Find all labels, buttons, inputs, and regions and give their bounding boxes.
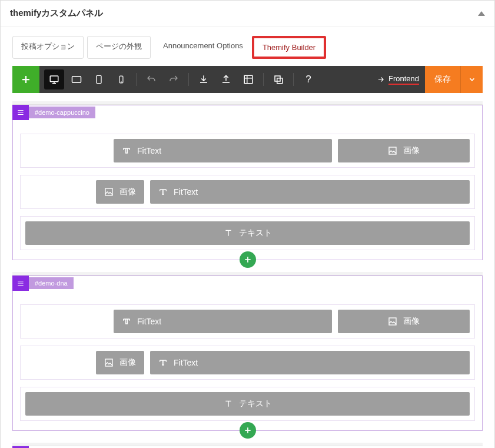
image-icon bbox=[104, 187, 114, 197]
builder-row[interactable]: #demo-cappuccino FitText 画像 bbox=[12, 101, 483, 260]
module-line: FitText 画像 bbox=[20, 134, 475, 168]
svg-rect-8 bbox=[389, 147, 396, 154]
frontend-link[interactable]: Frontend bbox=[377, 74, 419, 85]
row-handle-icon[interactable] bbox=[12, 276, 29, 291]
collapse-toggle-icon[interactable] bbox=[478, 11, 485, 16]
builder-canvas: #demo-cappuccino FitText 画像 bbox=[12, 101, 483, 448]
column-spacer bbox=[25, 180, 90, 204]
add-row-button[interactable] bbox=[240, 422, 256, 439]
module-label: テキスト bbox=[239, 399, 272, 409]
image-module[interactable]: 画像 bbox=[338, 310, 470, 333]
builder-toolbar: ? Frontend 保存 bbox=[12, 66, 483, 93]
tablet-portrait-button[interactable] bbox=[89, 69, 109, 89]
toolbar-divider bbox=[188, 73, 189, 86]
plus-icon bbox=[244, 255, 252, 264]
undo-button[interactable] bbox=[141, 69, 161, 89]
toolbar-divider bbox=[293, 73, 294, 86]
fittext-icon bbox=[158, 358, 168, 367]
image-icon bbox=[104, 358, 114, 367]
module-label: 画像 bbox=[403, 316, 420, 327]
column-spacer bbox=[25, 139, 108, 162]
add-module-button[interactable] bbox=[12, 66, 39, 93]
row-anchor-tag: #demo-cappuccino bbox=[29, 107, 95, 118]
module-line: テキスト bbox=[20, 216, 475, 250]
module-label: 画像 bbox=[403, 145, 420, 156]
svg-rect-0 bbox=[50, 76, 58, 82]
builder-area: ? Frontend 保存 #dem bbox=[1, 62, 494, 448]
module-label: FitText bbox=[174, 187, 198, 197]
text-module[interactable]: テキスト bbox=[25, 221, 470, 245]
panel-title: themifyカスタムパネル bbox=[10, 8, 103, 19]
module-label: 画像 bbox=[119, 357, 136, 368]
svg-rect-1 bbox=[72, 77, 81, 83]
save-dropdown-button[interactable] bbox=[460, 66, 483, 93]
svg-rect-11 bbox=[105, 359, 112, 366]
arrow-right-icon bbox=[377, 75, 385, 84]
row-anchor-tag: #demo-dna bbox=[29, 277, 74, 289]
image-icon bbox=[388, 317, 397, 326]
redo-button[interactable] bbox=[164, 69, 184, 89]
svg-point-4 bbox=[121, 82, 122, 82]
fittext-icon bbox=[122, 146, 131, 155]
image-module[interactable]: 画像 bbox=[96, 180, 144, 204]
tab-themify-builder[interactable]: Themify Builder bbox=[252, 36, 326, 59]
module-label: FitText bbox=[137, 146, 161, 155]
fittext-icon bbox=[122, 317, 131, 326]
text-icon bbox=[224, 399, 233, 409]
tab-page-appearance[interactable]: ページの外観 bbox=[87, 36, 151, 59]
toolbar-divider bbox=[263, 73, 264, 86]
image-module[interactable]: 画像 bbox=[338, 139, 470, 162]
tab-post-options[interactable]: 投稿オプション bbox=[12, 36, 84, 59]
tablet-landscape-button[interactable] bbox=[67, 69, 87, 89]
save-button[interactable]: 保存 bbox=[425, 66, 460, 93]
fittext-module[interactable]: FitText bbox=[114, 139, 332, 162]
text-icon bbox=[224, 228, 233, 238]
svg-rect-10 bbox=[389, 318, 396, 325]
chevron-down-icon bbox=[468, 75, 476, 84]
svg-rect-5 bbox=[244, 75, 253, 84]
themify-panel: themifyカスタムパネル 投稿オプション ページの外観 Announceme… bbox=[0, 0, 495, 448]
toolbar-divider bbox=[136, 73, 137, 86]
row-body: FitText 画像 画像 bbox=[13, 121, 482, 260]
fittext-module[interactable]: FitText bbox=[150, 180, 470, 204]
tabs: 投稿オプション ページの外観 Announcement Options Them… bbox=[1, 26, 494, 62]
fittext-icon bbox=[158, 187, 168, 197]
module-line: 画像 FitText bbox=[20, 346, 475, 380]
duplicate-button[interactable] bbox=[268, 69, 288, 89]
panel-header: themifyカスタムパネル bbox=[1, 1, 494, 26]
desktop-view-button[interactable] bbox=[44, 69, 64, 89]
svg-rect-9 bbox=[105, 188, 112, 195]
module-line: 画像 FitText bbox=[20, 175, 475, 209]
layouts-button[interactable] bbox=[238, 69, 258, 89]
module-label: FitText bbox=[137, 317, 161, 326]
mobile-view-button[interactable] bbox=[111, 69, 131, 89]
image-icon bbox=[388, 146, 397, 155]
module-label: テキスト bbox=[239, 228, 272, 238]
fittext-module[interactable]: FitText bbox=[114, 310, 332, 333]
column-spacer bbox=[25, 351, 90, 374]
image-module[interactable]: 画像 bbox=[96, 351, 144, 374]
question-icon: ? bbox=[305, 74, 311, 85]
row-handle-icon[interactable] bbox=[12, 105, 29, 120]
help-button[interactable]: ? bbox=[298, 69, 318, 89]
svg-rect-2 bbox=[97, 75, 101, 83]
tab-announcement-options[interactable]: Announcement Options bbox=[154, 36, 252, 59]
import-button[interactable] bbox=[194, 69, 214, 89]
add-row-button[interactable] bbox=[240, 251, 256, 268]
export-button[interactable] bbox=[216, 69, 236, 89]
plus-icon bbox=[244, 426, 252, 434]
frontend-label: Frontend bbox=[388, 74, 419, 85]
builder-row[interactable]: #demo-dna FitText 画像 bbox=[12, 272, 483, 431]
builder-row[interactable] bbox=[12, 443, 483, 448]
text-module[interactable]: テキスト bbox=[25, 392, 470, 416]
row-body: FitText 画像 画像 bbox=[13, 291, 482, 430]
module-line: テキスト bbox=[20, 387, 475, 421]
column-spacer bbox=[25, 310, 108, 333]
fittext-module[interactable]: FitText bbox=[150, 351, 470, 374]
module-label: FitText bbox=[174, 358, 198, 367]
module-line: FitText 画像 bbox=[20, 304, 475, 339]
module-label: 画像 bbox=[119, 187, 136, 197]
